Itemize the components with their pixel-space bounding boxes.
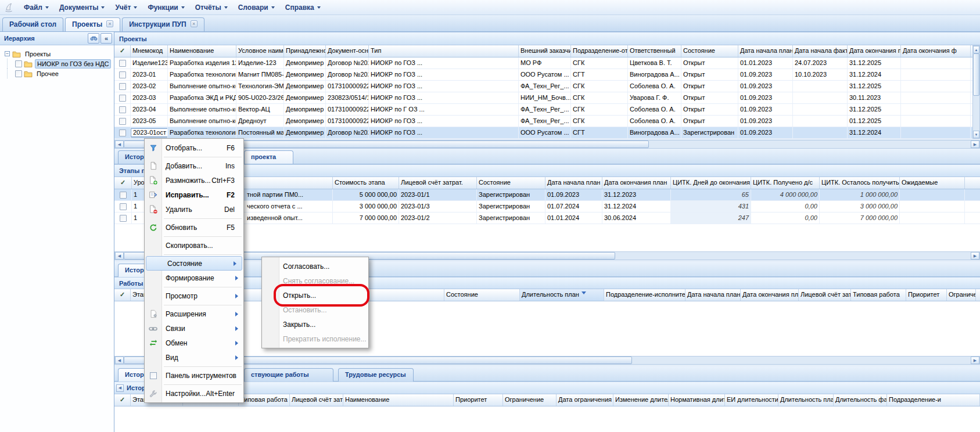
column-header[interactable]: Внешний заказчик	[519, 45, 571, 57]
menu-item[interactable]: Панель инструментов	[145, 368, 243, 383]
row-checkbox[interactable]	[120, 192, 127, 199]
tree-item[interactable]: Прочее	[1, 69, 113, 78]
row-checkbox[interactable]	[120, 215, 127, 222]
row-checkbox[interactable]	[120, 203, 127, 210]
row-checkbox[interactable]	[119, 71, 126, 78]
table-row[interactable]: 2023-02Выполнение опытно-конс...Технолог…	[114, 81, 980, 92]
menu-item[interactable]: Добавить...Ins	[145, 159, 243, 173]
column-header[interactable]: Приоритет	[906, 289, 947, 301]
column-header[interactable]: Ограничение	[503, 394, 557, 406]
column-header[interactable]: Тип	[369, 45, 519, 57]
search-tree-button[interactable]	[88, 33, 99, 44]
menu-item[interactable]: ОбновитьF5	[145, 220, 243, 235]
tab[interactable]: проекта	[244, 150, 293, 164]
select-all-header[interactable]: ✓	[114, 394, 131, 406]
tab[interactable]: Инструкции ПУП×	[122, 17, 204, 31]
column-header[interactable]: Документ-основан	[326, 45, 369, 57]
projects-horizontal-scrollbar[interactable]: ◀ ▶	[114, 140, 980, 149]
column-header[interactable]: Дата окончания п	[848, 45, 901, 57]
menubar-item[interactable]: Словари	[233, 2, 280, 13]
row-checkbox[interactable]	[119, 83, 126, 90]
menu-item[interactable]: Размножить...Ctrl+F3	[145, 173, 243, 188]
column-header[interactable]: Подразделение-и	[887, 394, 980, 406]
scrollbar-thumb[interactable]	[973, 53, 979, 96]
menu-item[interactable]: Отобрать...F6	[145, 141, 243, 155]
tree-item[interactable]: НИОКР по ГОЗ без НДС	[1, 59, 113, 69]
column-header[interactable]: Дата окончания план	[602, 177, 671, 189]
column-header[interactable]: Типовая работа	[239, 394, 290, 406]
column-header[interactable]: Длительность план	[520, 289, 604, 301]
scroll-down-icon[interactable]: ▼	[973, 131, 979, 138]
table-row[interactable]: 2023-01остРазработка технологии и...Пост…	[114, 127, 980, 139]
column-header[interactable]: Длительность пла	[778, 394, 834, 406]
column-header[interactable]: Подразделение-от	[571, 45, 628, 57]
select-all-header[interactable]: ✓	[114, 45, 131, 57]
row-checkbox[interactable]	[119, 129, 126, 136]
scroll-right-icon[interactable]: ▶	[971, 357, 979, 364]
tab[interactable]: Проекты×	[65, 17, 120, 31]
column-header[interactable]: Дата начала факт.	[793, 45, 848, 57]
column-header[interactable]: Дата ограничения	[557, 394, 613, 406]
column-header[interactable]: Наименование	[343, 394, 454, 406]
menu-item[interactable]: Обмен	[145, 336, 243, 350]
column-header[interactable]: ЕИ длительности	[725, 394, 778, 406]
scroll-left-icon[interactable]: ◀	[115, 357, 124, 364]
column-header[interactable]: Принадлежность	[284, 45, 326, 57]
table-row[interactable]: 2023-03Разработка ЭКД и РКД н...905-U020…	[114, 92, 980, 104]
column-header[interactable]: Состояние	[444, 289, 520, 301]
column-header[interactable]: Условное наименова	[236, 45, 284, 57]
tree-item[interactable]: −Проекты	[1, 49, 113, 59]
menu-item[interactable]: УдалитьDel	[145, 202, 243, 217]
menu-item[interactable]: Открыть...	[262, 288, 368, 303]
menu-item[interactable]: Расширения	[145, 307, 243, 321]
menu-item[interactable]: Формирование	[145, 271, 243, 285]
menubar-item[interactable]: Функции	[142, 2, 189, 13]
column-header[interactable]: Дата окончания план	[741, 289, 799, 301]
menu-item[interactable]: Скопировать...	[145, 238, 243, 253]
tree-collapse-icon[interactable]: −	[5, 51, 10, 56]
column-header[interactable]: ЦИТК. Осталось получить д/с	[820, 177, 900, 189]
column-header[interactable]: Состояние	[681, 45, 738, 57]
menubar-item[interactable]: Документы	[54, 2, 110, 13]
column-header[interactable]: Наименование	[168, 45, 236, 57]
scroll-right-icon[interactable]: ▶	[971, 252, 979, 260]
column-header[interactable]: Мнемокод	[131, 45, 168, 57]
table-row[interactable]: 2023-04Выполнение опытно-конс...Вектор-А…	[114, 104, 980, 116]
column-header[interactable]: ЦИТК. Получено д/с	[751, 177, 820, 189]
menu-item[interactable]: Исправить...F2	[145, 188, 243, 202]
scroll-left-icon[interactable]: ◀	[116, 384, 124, 392]
works-horizontal-scrollbar[interactable]: ◀ ▶	[114, 356, 980, 365]
scroll-right-icon[interactable]: ▶	[971, 141, 979, 148]
table-row[interactable]: 1ческого отчета с ...3 000 000,002023-01…	[114, 201, 980, 213]
select-all-header[interactable]: ✓	[114, 177, 132, 189]
scroll-left-icon[interactable]: ◀	[115, 252, 124, 260]
menubar-item[interactable]: Учёт	[110, 2, 142, 13]
table-row[interactable]: Изделие123Разработка изделия 123Изделие-…	[114, 57, 980, 69]
column-header[interactable]: ЦИТК. Дней до окончания	[671, 177, 751, 189]
tab[interactable]: Трудовые ресурсы	[338, 368, 414, 381]
menu-item[interactable]: Связи	[145, 321, 243, 336]
table-row[interactable]: 1изведенной опыт...7 000 000,002023-01/2…	[114, 213, 980, 224]
column-header[interactable]: Подразделение-исполнитель..	[604, 289, 685, 301]
column-header[interactable]: Типовая работа	[851, 289, 906, 301]
menubar-item[interactable]: Справка	[280, 2, 326, 13]
column-header[interactable]: Состояние	[477, 177, 545, 189]
column-header[interactable]: Дата окончания ф	[901, 45, 971, 57]
column-header[interactable]: Стоимость этапа	[333, 177, 399, 189]
row-checkbox[interactable]	[119, 95, 126, 102]
select-all-header[interactable]: ✓	[114, 289, 131, 301]
table-row[interactable]: 2023-01Разработка технологии и...Магнит …	[114, 69, 980, 81]
scroll-up-icon[interactable]: ▲	[973, 46, 979, 53]
column-header[interactable]: Ожидаемые	[900, 177, 965, 189]
column-header[interactable]: Длительность фак	[834, 394, 887, 406]
close-tab-icon[interactable]: ×	[191, 20, 198, 27]
column-header[interactable]: Приоритет	[454, 394, 503, 406]
menu-item[interactable]: Состояние	[146, 256, 242, 271]
menu-item[interactable]: Просмотр	[145, 289, 243, 303]
close-tab-icon[interactable]: ×	[106, 20, 113, 27]
column-header[interactable]: Лицевой счёт затр	[290, 394, 343, 406]
column-header[interactable]: Ответственный	[628, 45, 681, 57]
menubar-item[interactable]: Файл	[19, 2, 54, 13]
menu-item[interactable]: Согласовать...	[262, 259, 368, 273]
tab[interactable]: Рабочий стол	[2, 17, 63, 31]
